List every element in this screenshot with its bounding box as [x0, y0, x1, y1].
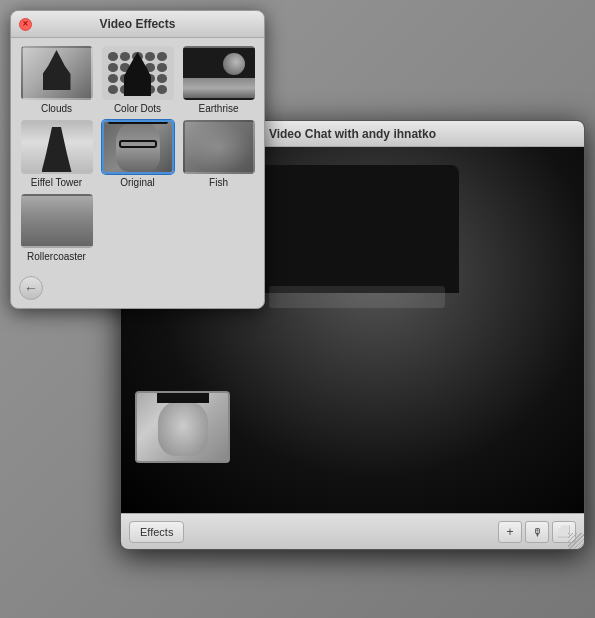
effect-item-color-dots[interactable]: Color Dots — [100, 46, 175, 114]
add-icon: + — [506, 525, 513, 539]
microphone-icon: 🎙 — [532, 526, 543, 538]
dot — [108, 63, 118, 72]
person-hat — [114, 120, 162, 124]
self-view-face — [158, 401, 208, 456]
effect-thumb-eiffel-tower[interactable] — [21, 120, 93, 174]
person-face — [116, 122, 160, 172]
effect-thumb-original[interactable] — [102, 120, 174, 174]
add-button[interactable]: + — [498, 521, 522, 543]
effect-label-original: Original — [120, 177, 154, 188]
resize-grip[interactable] — [568, 533, 584, 549]
effect-item-clouds[interactable]: Clouds — [19, 46, 94, 114]
dot — [145, 52, 155, 61]
microphone-button[interactable]: 🎙 — [525, 521, 549, 543]
effect-item-eiffel-tower[interactable]: Eiffel Tower — [19, 120, 94, 188]
effects-button[interactable]: Effects — [129, 521, 184, 543]
effect-item-earthrise[interactable]: Earthrise — [181, 46, 256, 114]
dot — [157, 52, 167, 61]
dot — [108, 52, 118, 61]
effect-label-color-dots: Color Dots — [114, 103, 161, 114]
person-glasses — [119, 140, 157, 148]
effects-grid: Clouds — [11, 38, 264, 270]
chat-toolbar: Effects + 🎙 ⬜ — [121, 513, 584, 549]
effect-thumb-clouds[interactable] — [21, 46, 93, 100]
effect-label-clouds: Clouds — [41, 103, 72, 114]
effect-thumb-earthrise[interactable] — [183, 46, 255, 100]
eiffel-silhouette — [42, 127, 72, 172]
effect-item-rollercoaster[interactable]: Rollercoaster — [19, 194, 94, 262]
effect-item-original[interactable]: Original — [100, 120, 175, 188]
dot — [157, 74, 167, 83]
dot — [108, 74, 118, 83]
effect-thumb-color-dots[interactable] — [102, 46, 174, 100]
effect-label-fish: Fish — [209, 177, 228, 188]
effect-item-fish[interactable]: Fish — [181, 120, 256, 188]
panel-back-area: ← — [11, 270, 264, 308]
dot — [108, 85, 118, 94]
dot — [157, 63, 167, 72]
back-button[interactable]: ← — [19, 276, 43, 300]
effect-thumb-fish[interactable] — [183, 120, 255, 174]
effect-label-rollercoaster: Rollercoaster — [27, 251, 86, 262]
toolbar-right-controls: + 🎙 ⬜ — [498, 521, 576, 543]
effect-thumb-rollercoaster[interactable] — [21, 194, 93, 248]
self-view-thumbnail — [135, 391, 230, 463]
chat-window-title: Video Chat with andy ihnatko — [269, 127, 436, 141]
effect-label-earthrise: Earthrise — [198, 103, 238, 114]
effects-panel-close-button[interactable] — [19, 18, 32, 31]
video-effects-panel: Video Effects Clouds — [10, 10, 265, 309]
dot — [120, 52, 130, 61]
effects-panel-titlebar: Video Effects — [11, 11, 264, 38]
dot — [157, 85, 167, 94]
effect-label-eiffel-tower: Eiffel Tower — [31, 177, 82, 188]
self-view-content — [137, 393, 228, 461]
effects-panel-title: Video Effects — [100, 17, 176, 31]
